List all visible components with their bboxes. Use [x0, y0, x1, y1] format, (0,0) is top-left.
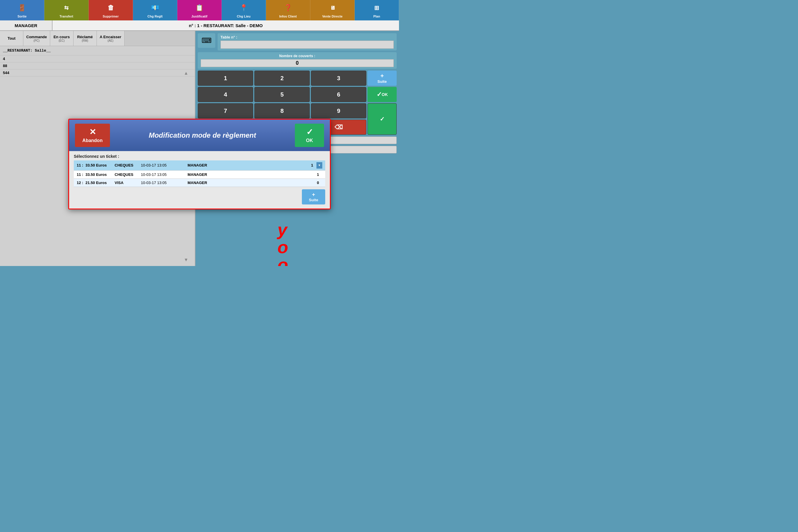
modal-ok-button[interactable]: ✓ OK: [295, 124, 324, 147]
modal-title: Modification mode de règlement: [110, 131, 295, 139]
ventedirecte-icon: 🖥: [327, 2, 338, 14]
toolbar-btn-infosclient[interactable]: ❓ Infos Client: [266, 0, 310, 20]
supprimer-label: Supprimer: [103, 15, 119, 18]
justificatif-label: Justificatif: [191, 15, 207, 18]
modal-ok-icon: ✓: [306, 127, 313, 137]
modal-body: Sélectionnez un ticket : 11 : 33.50 Euro…: [69, 151, 330, 209]
plan-label: Plan: [373, 15, 380, 18]
infosclient-icon: ❓: [283, 2, 294, 14]
modal-header: ✕ Abandon Modification mode de règlement…: [69, 119, 330, 151]
modal-ticket-row[interactable]: 12 : 21.50 Euros VISA 10-03-17 13:05 MAN…: [74, 179, 325, 187]
infosclient-label: Infos Client: [280, 15, 297, 18]
transfert-label: Transfert: [59, 15, 73, 18]
modal-suite-button[interactable]: + Suite: [302, 189, 325, 205]
abandon-label: Abandon: [82, 138, 102, 143]
modal-ticket-row[interactable]: 11 : 33.50 Euros CHEQUES 10-03-17 13:05 …: [74, 160, 325, 171]
main-content: Tout Commande (PC) En cours (EC) Réclamé…: [0, 31, 399, 266]
chglieu-label: Chg Lieu: [237, 15, 250, 18]
toolbar-btn-chglieu[interactable]: 📍 Chg Lieu: [222, 0, 266, 20]
chgreglt-label: Chg Reglt: [148, 15, 163, 18]
modal-ticket-row[interactable]: 11 : 33.50 Euros CHEQUES 10-03-17 13:05 …: [74, 171, 325, 179]
toolbar-btn-justificatif[interactable]: 📋 Justificatif: [177, 0, 222, 20]
header-restaurant: n° : 1 - RESTAURANT: Salle - DEMO: [53, 20, 399, 30]
transfert-icon: ⇆: [61, 2, 72, 14]
modal-suite-label: Suite: [309, 198, 318, 202]
toolbar-btn-supprimer[interactable]: 🗑 Supprimer: [89, 0, 133, 20]
modal-suite-icon: +: [312, 192, 315, 198]
dropdown-arrow[interactable]: ▼: [317, 162, 322, 169]
toolbar-btn-ventedirecte[interactable]: 🖥 Vente Directe: [310, 0, 355, 20]
toolbar-btn-chgreglt[interactable]: 💶 Chg Reglt: [133, 0, 177, 20]
modal-container: ✕ Abandon Modification mode de règlement…: [68, 119, 331, 209]
modal-ok-label: OK: [306, 138, 313, 143]
ventedirecte-label: Vente Directe: [322, 15, 343, 18]
sortie-icon: 🚪: [17, 2, 28, 14]
abandon-icon: ✕: [89, 127, 96, 137]
sortie-label: Sortie: [18, 15, 26, 18]
toolbar-btn-transfert[interactable]: ⇆ Transfert: [44, 0, 89, 20]
toolbar-btn-plan[interactable]: ⊞ Plan: [355, 0, 399, 20]
plan-icon: ⊞: [371, 2, 382, 14]
modal-select-label: Sélectionnez un ticket :: [74, 154, 325, 159]
supprimer-icon: 🗑: [105, 2, 116, 14]
chgreglt-icon: 💶: [150, 2, 161, 14]
abandon-button[interactable]: ✕ Abandon: [75, 124, 110, 147]
header-bar: MANAGER n° : 1 - RESTAURANT: Salle - DEM…: [0, 20, 399, 31]
modal-overlay: ✕ Abandon Modification mode de règlement…: [0, 31, 399, 266]
justificatif-icon: 📋: [194, 2, 205, 14]
toolbar-btn-sortie[interactable]: 🚪 Sortie: [0, 0, 44, 20]
chglieu-icon: 📍: [238, 2, 249, 14]
toolbar: 🚪 Sortie ⇆ Transfert 🗑 Supprimer 💶 Chg R…: [0, 0, 399, 20]
header-manager: MANAGER: [0, 20, 53, 30]
modal-buttons-row: + Suite: [74, 187, 325, 206]
